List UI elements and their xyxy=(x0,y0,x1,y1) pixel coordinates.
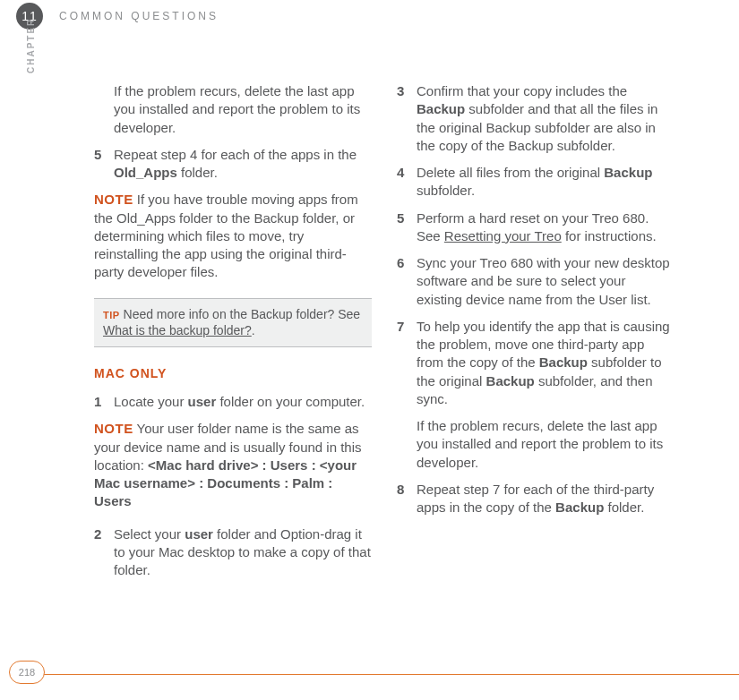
note-label: NOTE xyxy=(94,421,133,436)
step-8: 8 Repeat step 7 for each of the third-pa… xyxy=(397,481,675,517)
text-bold: Backup xyxy=(604,165,652,180)
step-body: Repeat step 4 for each of the apps in th… xyxy=(114,146,372,183)
step-body: Sync your Treo 680 with your new desktop… xyxy=(417,254,675,309)
text: for instructions. xyxy=(562,228,657,243)
step-body: Confirm that your copy includes the Back… xyxy=(417,82,675,155)
section-title: COMMON QUESTIONS xyxy=(59,9,219,23)
text: Repeat step 4 for each of the apps in th… xyxy=(114,147,357,162)
footer-divider xyxy=(36,674,739,675)
tip-label: TIP xyxy=(103,310,120,320)
step-body: Locate your user folder on your computer… xyxy=(114,393,372,411)
subheading-mac-only: MAC ONLY xyxy=(94,365,372,382)
text: folder. xyxy=(177,165,218,180)
text-bold: Backup xyxy=(417,101,465,116)
step-number: 5 xyxy=(94,146,114,183)
step-body: Perform a hard reset on your Treo 680. S… xyxy=(417,209,675,246)
link-resetting-treo[interactable]: Resetting your Treo xyxy=(444,228,562,243)
step-number: 3 xyxy=(397,82,417,155)
text-bold: Backup xyxy=(486,373,535,388)
body-text: If the problem recurs, delete the last a… xyxy=(417,417,675,472)
step-number: 1 xyxy=(94,393,114,411)
step-4: 4 Delete all files from the original Bac… xyxy=(397,164,675,201)
text: Locate your xyxy=(114,394,188,409)
text-bold: user xyxy=(185,526,213,542)
text-bold: Old_Apps xyxy=(114,165,177,180)
step-6: 6 Sync your Treo 680 with your new deskt… xyxy=(397,254,675,309)
note-label: NOTE xyxy=(94,192,133,207)
page-number: 218 xyxy=(9,661,45,684)
column-right: 3 Confirm that your copy includes the Ba… xyxy=(397,82,675,525)
step-body: To help you identify the app that is cau… xyxy=(417,318,675,408)
step-5: 5 Repeat step 4 for each of the apps in … xyxy=(94,146,372,183)
step-number: 7 xyxy=(397,318,417,408)
page: 11 COMMON QUESTIONS CHAPTER If the probl… xyxy=(0,0,739,700)
tip-text: . xyxy=(252,323,255,337)
text: Confirm that your copy includes the xyxy=(417,83,627,98)
text: subfolder. xyxy=(417,183,475,198)
step-number: 5 xyxy=(397,209,417,246)
text-bold: user xyxy=(188,394,217,409)
step-body: Select your user folder and Option-drag … xyxy=(114,525,372,580)
text: folder. xyxy=(604,499,644,515)
note-block: NOTE If you have trouble moving apps fro… xyxy=(94,191,372,281)
step-1: 1 Locate your user folder on your comput… xyxy=(94,393,372,411)
step-7: 7 To help you identify the app that is c… xyxy=(397,318,675,408)
tip-text: Need more info on the Backup folder? See xyxy=(120,307,361,321)
note-block: NOTE Your user folder name is the same a… xyxy=(94,420,372,510)
step-3: 3 Confirm that your copy includes the Ba… xyxy=(397,82,675,155)
step-number: 4 xyxy=(397,164,417,201)
note-text: If you have trouble moving apps from the… xyxy=(94,192,358,279)
step-number: 6 xyxy=(397,254,417,309)
body-text: If the problem recurs, delete the last a… xyxy=(114,82,372,137)
text-bold: Backup xyxy=(539,354,588,370)
text: folder on your computer. xyxy=(216,394,365,409)
step-body: Repeat step 7 for each of the third-part… xyxy=(417,481,675,517)
text-bold: Backup xyxy=(555,499,604,515)
step-body: Delete all files from the original Backu… xyxy=(417,164,675,201)
tip-link[interactable]: What is the backup folder? xyxy=(103,323,252,337)
text: Select your xyxy=(114,526,185,542)
tip-box: TIP Need more info on the Backup folder?… xyxy=(94,298,372,348)
chapter-sidelabel: CHAPTER xyxy=(25,18,38,73)
step-number: 2 xyxy=(94,525,114,580)
step-2: 2 Select your user folder and Option-dra… xyxy=(94,525,372,580)
column-left: If the problem recurs, delete the last a… xyxy=(94,82,372,588)
step-number: 8 xyxy=(397,481,417,517)
text: Delete all files from the original xyxy=(417,165,604,180)
step-5: 5 Perform a hard reset on your Treo 680.… xyxy=(397,209,675,246)
